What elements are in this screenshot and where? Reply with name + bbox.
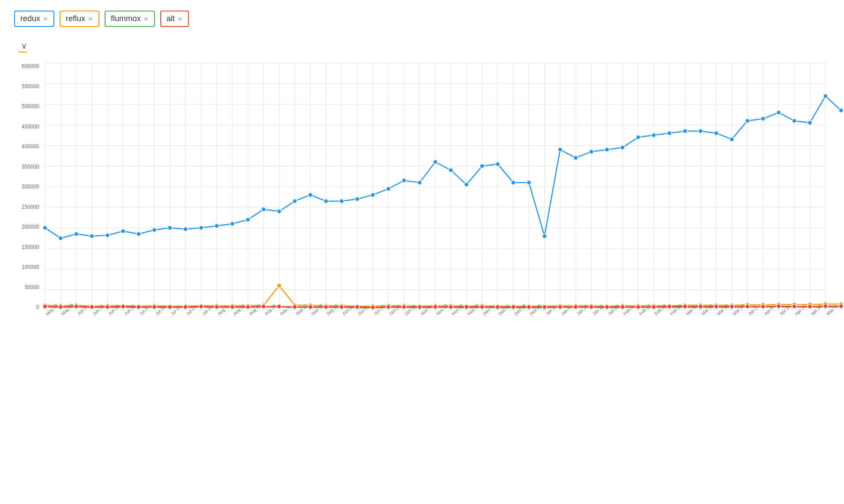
- y-axis-label: 0: [14, 304, 43, 310]
- y-axis-label: 400000: [14, 143, 43, 150]
- svg-point-265: [745, 305, 750, 309]
- svg-point-88: [418, 181, 422, 185]
- svg-point-95: [527, 181, 531, 185]
- y-axis-label: 250000: [14, 204, 43, 210]
- svg-point-109: [745, 119, 750, 123]
- svg-point-239: [339, 305, 344, 309]
- svg-point-115: [839, 108, 843, 113]
- svg-point-72: [168, 226, 172, 230]
- tags-container: redux✕reflux✕flummox✕alt✕: [14, 11, 830, 27]
- y-axis-label: 50000: [14, 284, 43, 290]
- svg-point-267: [776, 304, 781, 308]
- y-axis-label: 600000: [14, 63, 43, 69]
- svg-point-84: [355, 197, 359, 201]
- svg-point-68: [105, 233, 109, 237]
- svg-point-101: [620, 145, 625, 150]
- svg-point-64: [43, 226, 47, 230]
- svg-point-102: [636, 135, 641, 139]
- svg-point-91: [464, 182, 469, 187]
- y-axis-label: 450000: [14, 124, 43, 130]
- svg-point-271: [839, 304, 843, 308]
- svg-point-240: [355, 305, 359, 309]
- svg-point-107: [714, 131, 718, 135]
- svg-point-221: [58, 305, 63, 309]
- x-axis: May 22May 29Jun 5Jun 12Jun 19Jun 26Jul 3…: [45, 310, 825, 337]
- svg-point-92: [480, 164, 484, 168]
- svg-point-242: [386, 305, 391, 309]
- svg-point-231: [215, 305, 219, 309]
- svg-point-67: [90, 234, 94, 238]
- svg-point-253: [558, 305, 562, 309]
- svg-point-90: [448, 168, 453, 173]
- svg-point-75: [215, 224, 219, 228]
- svg-point-263: [714, 305, 718, 309]
- svg-point-78: [261, 207, 266, 211]
- svg-point-222: [74, 305, 79, 309]
- svg-point-247: [464, 305, 469, 309]
- svg-point-114: [823, 94, 828, 98]
- svg-point-248: [480, 305, 484, 309]
- tag-label-alt: alt: [166, 14, 175, 23]
- tag-flummox: flummox✕: [105, 11, 155, 27]
- svg-point-258: [636, 305, 641, 309]
- svg-point-225: [121, 305, 125, 309]
- svg-point-131: [277, 283, 281, 288]
- svg-point-70: [136, 232, 141, 236]
- svg-point-76: [230, 222, 234, 226]
- y-axis-label: 300000: [14, 184, 43, 190]
- svg-point-255: [589, 305, 594, 309]
- svg-point-112: [792, 119, 796, 123]
- svg-point-100: [605, 147, 609, 152]
- svg-point-256: [605, 305, 609, 309]
- svg-point-94: [511, 181, 516, 185]
- period-selector[interactable]: ∨: [19, 41, 27, 53]
- tag-reflux: reflux✕: [60, 11, 99, 27]
- svg-point-238: [324, 305, 328, 309]
- svg-point-106: [698, 129, 703, 133]
- y-axis-label: 550000: [14, 83, 43, 90]
- svg-point-223: [90, 305, 94, 309]
- y-axis-label: 350000: [14, 164, 43, 170]
- svg-point-77: [246, 218, 250, 222]
- svg-point-105: [683, 129, 687, 133]
- svg-point-113: [808, 120, 812, 125]
- svg-point-82: [324, 199, 328, 203]
- svg-point-86: [386, 187, 391, 191]
- svg-point-103: [652, 133, 656, 137]
- tag-label-redux: redux: [20, 14, 40, 23]
- svg-point-83: [339, 199, 344, 203]
- tag-close-flummox[interactable]: ✕: [143, 16, 149, 22]
- svg-point-220: [43, 305, 47, 309]
- svg-point-93: [495, 162, 500, 166]
- svg-point-243: [402, 305, 406, 309]
- tag-close-redux[interactable]: ✕: [43, 16, 48, 22]
- chevron-down-icon: ∨: [21, 41, 27, 51]
- svg-point-237: [308, 305, 313, 309]
- svg-point-266: [761, 305, 765, 309]
- svg-point-111: [776, 110, 781, 115]
- svg-point-254: [573, 305, 578, 309]
- svg-point-233: [246, 305, 250, 309]
- y-axis-label: 500000: [14, 103, 43, 109]
- tag-close-reflux[interactable]: ✕: [88, 16, 93, 22]
- svg-point-232: [230, 305, 234, 309]
- y-axis-label: 100000: [14, 264, 43, 270]
- tag-redux: redux✕: [14, 11, 54, 27]
- svg-point-110: [761, 117, 765, 121]
- svg-point-235: [277, 305, 281, 309]
- svg-point-229: [183, 305, 188, 309]
- tag-close-alt[interactable]: ✕: [177, 16, 183, 22]
- svg-point-236: [293, 305, 297, 309]
- svg-point-234: [261, 305, 266, 309]
- svg-point-73: [183, 227, 188, 231]
- tag-label-reflux: reflux: [66, 14, 85, 23]
- tag-label-flummox: flummox: [111, 14, 141, 23]
- svg-point-252: [543, 305, 547, 309]
- svg-point-224: [105, 305, 109, 309]
- svg-point-69: [121, 229, 125, 233]
- svg-point-230: [199, 305, 203, 309]
- svg-point-74: [199, 226, 203, 230]
- svg-point-99: [589, 150, 594, 154]
- svg-point-227: [152, 305, 157, 309]
- svg-point-81: [308, 193, 313, 197]
